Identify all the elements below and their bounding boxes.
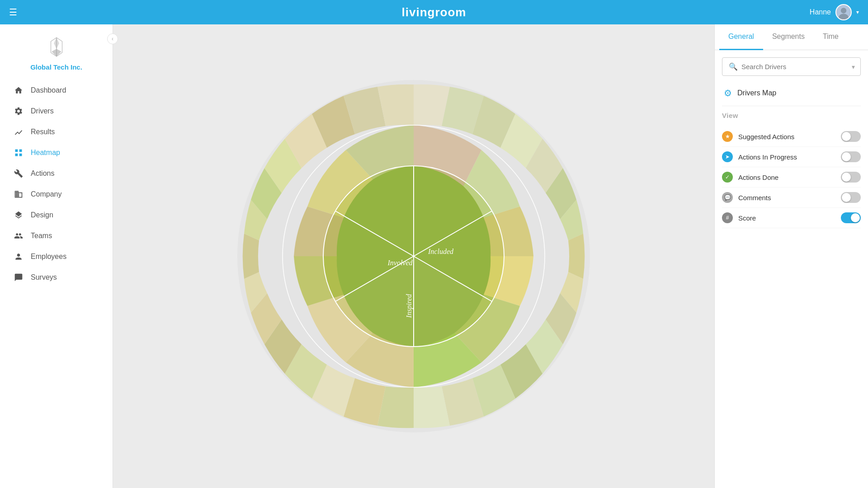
- sidebar-item-drivers[interactable]: Drivers: [0, 101, 113, 122]
- toggle-left-suggested-actions: ★ Suggested Actions: [722, 131, 794, 142]
- employees-nav-icon: [14, 252, 24, 262]
- sidebar-item-design[interactable]: Design: [0, 205, 113, 225]
- comments-toggle[interactable]: [841, 192, 861, 203]
- suggested-actions-toggle[interactable]: [841, 131, 861, 142]
- user-name: Hanne: [810, 8, 831, 16]
- sidebar-item-label-company: Company: [31, 190, 61, 198]
- sidebar-item-employees[interactable]: Employees: [0, 246, 113, 267]
- score-toggle[interactable]: [841, 212, 861, 223]
- drivers-map-label: Drivers Map: [737, 89, 776, 97]
- svg-text:Involved: Involved: [387, 259, 413, 267]
- toggle-left-actions-done: ✓ Actions Done: [722, 172, 778, 183]
- surveys-nav-icon: [14, 272, 24, 282]
- sidebar-item-dashboard[interactable]: Dashboard: [0, 80, 113, 101]
- avatar: [835, 4, 852, 20]
- heatmap-nav-icon: [14, 148, 24, 158]
- company-name: Global Tech Inc.: [30, 63, 82, 71]
- app-title: livingroom: [402, 5, 467, 19]
- dashboard-nav-icon: [14, 85, 24, 95]
- svg-point-1: [841, 8, 846, 13]
- right-panel: GeneralSegmentsTime 🔍 ▾ ⚙ Drivers Map Vi…: [714, 24, 868, 488]
- results-nav-icon: [14, 127, 24, 137]
- tabs-row: GeneralSegmentsTime: [715, 24, 868, 50]
- menu-icon[interactable]: ☰: [9, 7, 17, 18]
- comments-icon: 💬: [722, 192, 733, 203]
- teams-nav-icon: [14, 231, 24, 241]
- sidebar: ‹ Global Tech Inc. Dashboard Drivers Res…: [0, 24, 113, 488]
- toggle-row-actions-done: ✓ Actions Done: [722, 167, 861, 188]
- toggle-row-suggested-actions: ★ Suggested Actions: [722, 127, 861, 147]
- panel-body: 🔍 ▾ ⚙ Drivers Map View ★ Suggested Actio…: [715, 50, 868, 488]
- sidebar-item-label-design: Design: [31, 211, 53, 219]
- sidebar-item-actions[interactable]: Actions: [0, 163, 113, 184]
- suggested-actions-label: Suggested Actions: [738, 133, 794, 141]
- actions-nav-icon: [14, 169, 24, 178]
- svg-text:Included: Included: [428, 248, 454, 255]
- drivers-map-row: ⚙ Drivers Map: [722, 83, 861, 106]
- toggle-left-comments: 💬 Comments: [722, 192, 771, 203]
- svg-text:Inspired: Inspired: [405, 294, 413, 319]
- tab-segments[interactable]: Segments: [763, 24, 814, 50]
- tab-time[interactable]: Time: [814, 24, 848, 50]
- svg-point-2: [839, 14, 848, 20]
- sidebar-item-teams[interactable]: Teams: [0, 225, 113, 246]
- company-logo: [43, 33, 70, 61]
- main-content: Involved Included Inspired: [113, 24, 714, 488]
- toggle-left-score: # Score: [722, 212, 756, 223]
- actions-done-icon: ✓: [722, 172, 733, 183]
- comments-label: Comments: [738, 194, 771, 202]
- actions-in-progress-icon: ➤: [722, 151, 733, 162]
- sidebar-item-label-drivers: Drivers: [31, 107, 54, 115]
- actions-done-toggle[interactable]: [841, 172, 861, 183]
- suggested-actions-icon: ★: [722, 131, 733, 142]
- sidebar-item-label-surveys: Surveys: [31, 273, 57, 282]
- drivers-nav-icon: [14, 106, 24, 116]
- search-drivers-container[interactable]: 🔍 ▾: [722, 57, 861, 76]
- gear-icon: ⚙: [724, 88, 732, 99]
- toggle-row-comments: 💬 Comments: [722, 188, 861, 208]
- topbar: ☰ livingroom Hanne ▾: [0, 0, 868, 24]
- sidebar-item-label-heatmap: Heatmap: [31, 149, 60, 157]
- search-icon: 🔍: [729, 62, 738, 71]
- score-label: Score: [738, 214, 756, 222]
- toggle-left-actions-in-progress: ➤ Actions In Progress: [722, 151, 797, 162]
- tab-general[interactable]: General: [719, 24, 763, 50]
- view-label: View: [722, 112, 861, 119]
- design-nav-icon: [14, 210, 24, 220]
- sidebar-item-label-employees: Employees: [31, 253, 66, 261]
- chevron-down-icon[interactable]: ▾: [852, 63, 855, 70]
- sidebar-item-results[interactable]: Results: [0, 122, 113, 142]
- actions-done-label: Actions Done: [738, 174, 778, 181]
- sidebar-item-surveys[interactable]: Surveys: [0, 267, 113, 288]
- sidebar-collapse-button[interactable]: ‹: [107, 33, 118, 44]
- score-icon: #: [722, 212, 733, 223]
- sidebar-item-label-results: Results: [31, 128, 55, 136]
- actions-in-progress-label: Actions In Progress: [738, 153, 797, 161]
- actions-in-progress-toggle[interactable]: [841, 151, 861, 162]
- toggle-row-actions-in-progress: ➤ Actions In Progress: [722, 147, 861, 167]
- sidebar-item-label-dashboard: Dashboard: [31, 86, 66, 94]
- sidebar-item-label-actions: Actions: [31, 169, 54, 178]
- chevron-down-icon: ▾: [856, 9, 859, 15]
- heatmap-chart: Involved Included Inspired: [233, 75, 594, 437]
- sidebar-item-label-teams: Teams: [31, 232, 52, 240]
- search-drivers-input[interactable]: [741, 63, 854, 70]
- toggle-row-score: # Score: [722, 208, 861, 228]
- user-menu[interactable]: Hanne ▾: [810, 4, 859, 20]
- company-nav-icon: [14, 189, 24, 199]
- sidebar-item-company[interactable]: Company: [0, 184, 113, 205]
- sidebar-item-heatmap[interactable]: Heatmap: [0, 142, 113, 163]
